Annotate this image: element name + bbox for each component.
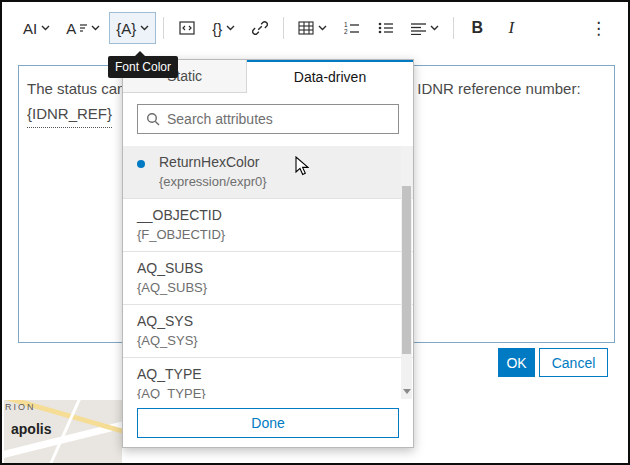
- toolbar-separator: [163, 17, 164, 39]
- text-style-label: AI: [23, 20, 37, 37]
- align-button[interactable]: [404, 12, 446, 44]
- table-button[interactable]: [291, 12, 334, 44]
- braces-label: {}: [212, 20, 222, 37]
- scrollbar-thumb[interactable]: [402, 186, 411, 354]
- attribute-code: {F_OBJECTID}: [137, 227, 387, 242]
- text-style-button[interactable]: AI: [16, 12, 57, 44]
- toolbar-separator: [453, 17, 454, 39]
- source-code-button[interactable]: [171, 12, 203, 44]
- cancel-button[interactable]: Cancel: [539, 348, 608, 377]
- attribute-name: AQ_SUBS: [137, 260, 387, 276]
- kebab-menu-icon: ⋮: [590, 18, 607, 39]
- attribute-placeholder-chip: {IDNR_REF}: [27, 101, 112, 128]
- attribute-option-returnhexcolor[interactable]: ReturnHexColor {expression/expr0}: [123, 146, 413, 199]
- map-label: apolis: [11, 421, 51, 437]
- more-options-button[interactable]: ⋮: [583, 12, 614, 44]
- chevron-down-icon: [41, 25, 50, 31]
- svg-text:1: 1: [344, 21, 348, 28]
- selected-radio-dot: [137, 160, 145, 168]
- search-box: [137, 104, 399, 134]
- attribute-name: AQ_TYPE: [137, 366, 387, 382]
- attribute-option-aq-sys[interactable]: AQ_SYS {AQ_SYS}: [123, 305, 413, 358]
- font-color-dropdown: Static Data-driven ReturnHexColor {expre…: [122, 59, 414, 448]
- attribute-name: ReturnHexColor: [159, 154, 387, 170]
- chevron-down-icon: [226, 25, 235, 31]
- numbered-list-button[interactable]: 12: [336, 12, 368, 44]
- link-icon: [252, 20, 268, 36]
- bold-label: B: [471, 19, 483, 37]
- attribute-code: {AQ_TYPE}: [137, 386, 387, 399]
- chevron-down-icon: [91, 25, 100, 31]
- toolbar-separator: [283, 17, 284, 39]
- bullet-list-icon: [378, 21, 394, 35]
- font-color-button[interactable]: {A}: [109, 12, 156, 44]
- done-button[interactable]: Done: [137, 408, 399, 438]
- font-size-button[interactable]: A: [59, 12, 107, 44]
- svg-text:2: 2: [344, 28, 348, 35]
- font-size-label: A: [66, 20, 76, 37]
- bullet-list-button[interactable]: [370, 12, 402, 44]
- basemap-fragment: RION apolis: [4, 400, 122, 463]
- font-size-lines-icon: [80, 23, 87, 33]
- bold-button[interactable]: B: [461, 12, 493, 44]
- search-input[interactable]: [167, 111, 390, 127]
- attribute-fields-button[interactable]: {}: [205, 12, 242, 44]
- link-button[interactable]: [244, 12, 276, 44]
- attribute-code: {AQ_SUBS}: [137, 280, 387, 295]
- attribute-option-aq-subs[interactable]: AQ_SUBS {AQ_SUBS}: [123, 252, 413, 305]
- formatting-toolbar: AI A {A} {}: [16, 10, 614, 46]
- ok-button[interactable]: OK: [498, 348, 535, 377]
- chevron-down-icon: [318, 25, 327, 31]
- attribute-option-objectid[interactable]: __OBJECTID {F_OBJECTID}: [123, 199, 413, 252]
- scrollbar-down-arrow[interactable]: [401, 385, 412, 397]
- popup-editor-window: AI A {A} {}: [0, 0, 630, 465]
- font-color-tooltip: Font Color: [108, 56, 178, 78]
- mouse-pointer-icon: [295, 156, 309, 180]
- numbered-list-icon: 12: [344, 21, 360, 35]
- attribute-name: __OBJECTID: [137, 207, 387, 223]
- tab-data-driven[interactable]: Data-driven: [247, 60, 413, 92]
- table-icon: [298, 21, 314, 35]
- italic-button[interactable]: I: [495, 12, 527, 44]
- source-code-icon: [179, 21, 195, 35]
- done-container: Done: [123, 399, 413, 447]
- search-icon: [146, 112, 160, 126]
- attribute-name: AQ_SYS: [137, 313, 387, 329]
- chevron-down-icon: [430, 25, 439, 31]
- scrollbar-track[interactable]: [401, 146, 412, 399]
- attribute-code: {AQ_SYS}: [137, 333, 387, 348]
- font-color-label: {A}: [116, 20, 136, 37]
- map-label: RION: [5, 402, 36, 412]
- italic-label: I: [508, 18, 514, 38]
- attribute-code: {expression/expr0}: [159, 174, 387, 189]
- chevron-down-icon: [140, 25, 149, 31]
- attribute-option-aq-type[interactable]: AQ_TYPE {AQ_TYPE}: [123, 358, 413, 399]
- search-container: [123, 93, 413, 145]
- down-arrow-icon: [403, 389, 411, 394]
- align-icon: [411, 22, 426, 35]
- attribute-list: ReturnHexColor {expression/expr0} __OBJE…: [123, 146, 413, 399]
